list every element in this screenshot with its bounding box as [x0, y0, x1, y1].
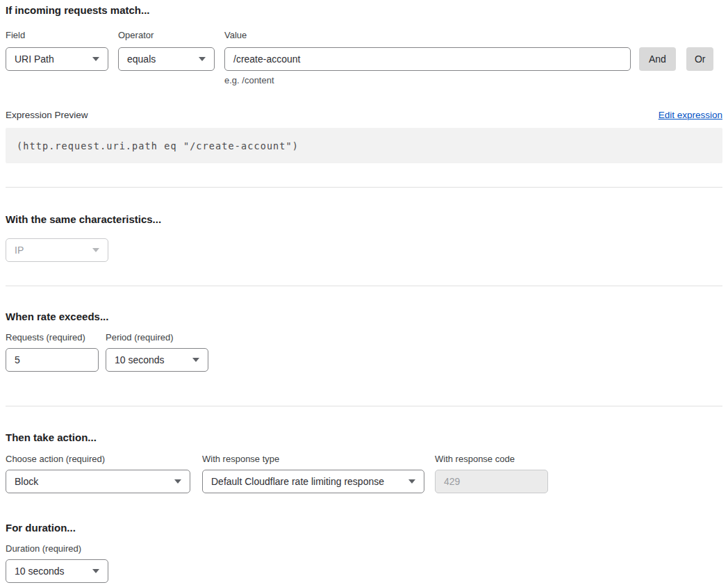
- expression-preview-code: (http.request.uri.path eq "/create-accou…: [6, 128, 722, 163]
- match-rule-row: Field URI Path Operator equals Value e.g…: [6, 31, 722, 85]
- characteristic-select-value: IP: [15, 245, 24, 256]
- rate-row: Requests (required) Period (required) 10…: [6, 333, 722, 372]
- chevron-down-icon: [408, 479, 415, 484]
- response-type-select[interactable]: Default Cloudflare rate limiting respons…: [202, 470, 424, 493]
- operator-select[interactable]: equals: [118, 47, 215, 71]
- expression-preview-row: Expression Preview Edit expression: [6, 110, 722, 120]
- field-select-value: URI Path: [15, 53, 54, 65]
- value-label: Value: [224, 31, 631, 40]
- operator-group: Operator equals: [118, 31, 215, 85]
- requests-group: Requests (required): [6, 333, 99, 372]
- operator-select-value: equals: [127, 53, 156, 65]
- action-select[interactable]: Block: [6, 470, 190, 493]
- characteristics-section-title: With the same characteristics...: [6, 214, 722, 225]
- duration-select[interactable]: 10 seconds: [6, 559, 108, 583]
- chevron-down-icon: [192, 358, 199, 362]
- section-divider: [6, 286, 722, 286]
- response-type-select-value: Default Cloudflare rate limiting respons…: [211, 476, 384, 487]
- value-group: Value e.g. /content: [224, 31, 631, 85]
- expression-preview-label: Expression Preview: [6, 110, 88, 120]
- match-section-title: If incoming requests match...: [6, 0, 722, 16]
- value-input[interactable]: [224, 47, 631, 71]
- period-select[interactable]: 10 seconds: [106, 348, 208, 372]
- requests-input[interactable]: [6, 348, 99, 372]
- duration-section-title: For duration...: [6, 522, 722, 534]
- choose-action-label: Choose action (required): [6, 454, 190, 464]
- action-select-value: Block: [15, 476, 38, 487]
- response-type-group: With response type Default Cloudflare ra…: [202, 454, 424, 493]
- rate-section-title: When rate exceeds...: [6, 311, 722, 322]
- duration-select-value: 10 seconds: [15, 566, 65, 577]
- action-section-title: Then take action...: [6, 432, 722, 443]
- response-code-label: With response code: [435, 454, 548, 464]
- chevron-down-icon: [174, 479, 181, 484]
- section-divider: [6, 406, 722, 406]
- duration-label: Duration (required): [6, 544, 722, 554]
- value-helper-text: e.g. /content: [224, 76, 631, 85]
- chevron-down-icon: [92, 248, 99, 252]
- response-type-label: With response type: [202, 454, 424, 464]
- operator-label: Operator: [118, 31, 215, 40]
- requests-label: Requests (required): [6, 333, 99, 343]
- and-button[interactable]: And: [639, 47, 676, 71]
- response-code-input: [435, 470, 548, 493]
- action-group: Choose action (required) Block: [6, 454, 190, 493]
- chevron-down-icon: [92, 569, 99, 573]
- or-button[interactable]: Or: [686, 47, 714, 71]
- action-row: Choose action (required) Block With resp…: [6, 454, 722, 493]
- characteristic-select: IP: [6, 238, 108, 262]
- section-divider: [6, 187, 722, 188]
- field-select[interactable]: URI Path: [6, 47, 108, 71]
- field-group: Field URI Path: [6, 31, 108, 85]
- chevron-down-icon: [92, 57, 99, 61]
- period-select-value: 10 seconds: [115, 354, 165, 365]
- response-code-group: With response code: [435, 454, 548, 493]
- edit-expression-link[interactable]: Edit expression: [659, 110, 722, 120]
- field-label: Field: [6, 31, 108, 40]
- period-label: Period (required): [106, 333, 208, 343]
- chevron-down-icon: [199, 57, 206, 61]
- period-group: Period (required) 10 seconds: [106, 333, 208, 372]
